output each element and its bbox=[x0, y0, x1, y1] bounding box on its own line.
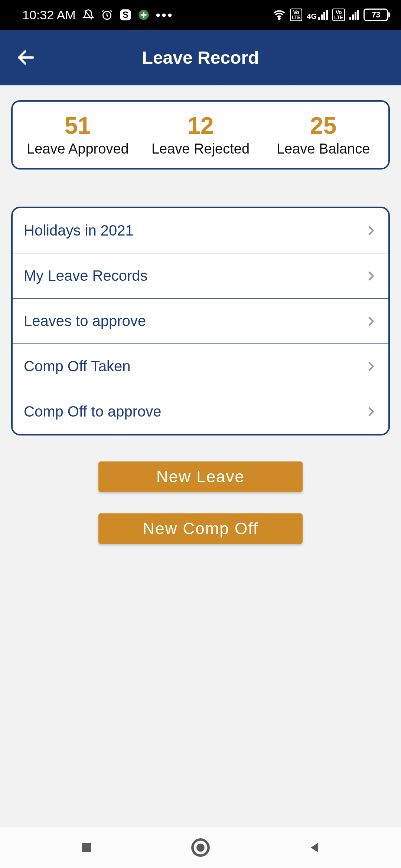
svg-point-8 bbox=[196, 844, 205, 852]
nav-item-label: Leaves to approve bbox=[24, 313, 146, 329]
stat-approved-value: 51 bbox=[16, 113, 139, 139]
network-group-1: 4G bbox=[307, 10, 328, 20]
svg-rect-6 bbox=[82, 843, 91, 852]
stat-balance-value: 25 bbox=[262, 113, 385, 139]
nav-item-my-leave-records[interactable]: My Leave Records bbox=[13, 253, 388, 298]
back-button[interactable] bbox=[15, 46, 37, 69]
signal-icon-1 bbox=[318, 10, 328, 20]
page-content: 51 Leave Approved 12 Leave Rejected 25 L… bbox=[0, 85, 401, 544]
app-bar: Leave Record bbox=[0, 30, 401, 85]
stat-approved-label: Leave Approved bbox=[16, 141, 139, 157]
stat-balance: 25 Leave Balance bbox=[262, 113, 385, 157]
stat-rejected-label: Leave Rejected bbox=[139, 141, 262, 157]
nav-item-label: Comp Off to approve bbox=[24, 403, 162, 420]
chevron-right-icon bbox=[365, 224, 377, 237]
stat-rejected-value: 12 bbox=[139, 113, 262, 139]
page-title: Leave Record bbox=[142, 47, 259, 68]
action-buttons: New Leave New Comp Off bbox=[11, 461, 390, 544]
nav-item-leaves-to-approve[interactable]: Leaves to approve bbox=[13, 298, 388, 343]
sys-recent-button[interactable] bbox=[75, 836, 98, 859]
nav-card: Holidays in 2021 My Leave Records Leaves… bbox=[11, 207, 390, 435]
chevron-right-icon bbox=[365, 270, 377, 282]
svg-point-4 bbox=[278, 18, 280, 19]
wifi-icon bbox=[273, 9, 286, 21]
status-right: Vo LTE 4G Vo LTE 73 bbox=[273, 9, 390, 21]
sys-home-button[interactable] bbox=[189, 836, 212, 859]
status-bar: 10:32 AM S ••• bbox=[0, 0, 401, 30]
nav-item-label: Comp Off Taken bbox=[24, 358, 131, 375]
status-left: 10:32 AM S ••• bbox=[22, 8, 173, 22]
stat-balance-label: Leave Balance bbox=[262, 141, 385, 157]
signal-icon-2 bbox=[349, 10, 359, 20]
status-time: 10:32 AM bbox=[22, 8, 76, 22]
volte-icon-2: Vo LTE bbox=[332, 9, 345, 21]
nav-item-comp-off-to-approve[interactable]: Comp Off to approve bbox=[13, 389, 388, 434]
circle-icon bbox=[191, 838, 210, 857]
summary-card: 51 Leave Approved 12 Leave Rejected 25 L… bbox=[11, 100, 390, 170]
stat-rejected: 12 Leave Rejected bbox=[139, 113, 262, 157]
nav-item-comp-off-taken[interactable]: Comp Off Taken bbox=[13, 343, 388, 389]
triangle-left-icon bbox=[307, 840, 322, 855]
appbar-shadow bbox=[0, 85, 401, 87]
new-comp-off-button[interactable]: New Comp Off bbox=[98, 513, 303, 544]
battery-indicator: 73 bbox=[363, 9, 390, 21]
battery-level: 73 bbox=[363, 9, 388, 21]
skype-icon: S bbox=[120, 9, 131, 21]
nav-item-holidays[interactable]: Holidays in 2021 bbox=[13, 208, 388, 253]
arrow-left-icon bbox=[16, 47, 36, 68]
nav-item-label: My Leave Records bbox=[24, 267, 147, 284]
system-nav-bar bbox=[0, 827, 401, 868]
volte-icon-1: Vo LTE bbox=[290, 9, 303, 21]
chevron-right-icon bbox=[365, 405, 377, 418]
network-type-label: 4G bbox=[307, 13, 317, 20]
chevron-right-icon bbox=[365, 360, 377, 373]
new-leave-button[interactable]: New Leave bbox=[98, 461, 303, 492]
app-icon bbox=[138, 9, 149, 20]
bell-mute-icon bbox=[82, 9, 94, 21]
chevron-right-icon bbox=[365, 315, 377, 328]
svg-text:S: S bbox=[123, 10, 128, 20]
stat-approved: 51 Leave Approved bbox=[16, 113, 139, 157]
sys-back-button[interactable] bbox=[303, 836, 326, 859]
square-icon bbox=[80, 841, 93, 854]
nav-item-label: Holidays in 2021 bbox=[24, 222, 134, 239]
more-icon: ••• bbox=[156, 8, 174, 22]
alarm-icon bbox=[101, 9, 113, 21]
svg-marker-9 bbox=[311, 843, 318, 853]
